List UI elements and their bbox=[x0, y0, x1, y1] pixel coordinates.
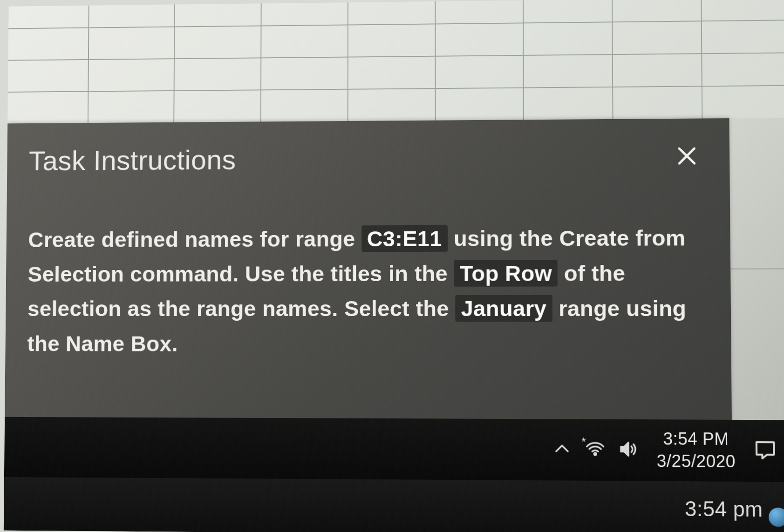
volume-button[interactable] bbox=[619, 440, 639, 460]
grid-cell[interactable] bbox=[702, 0, 784, 21]
spreadsheet-grid[interactable] bbox=[4, 0, 784, 124]
grid-cell[interactable] bbox=[4, 28, 89, 61]
instruction-segment: Create defined names for range bbox=[28, 226, 361, 252]
asterisk-badge-icon: * bbox=[581, 435, 586, 448]
panel-title: Task Instructions bbox=[29, 141, 711, 177]
grid-cell[interactable] bbox=[702, 53, 784, 87]
taskbar-date: 3/25/2020 bbox=[657, 450, 736, 473]
grid-cell[interactable] bbox=[261, 90, 348, 123]
show-hidden-icons-button[interactable] bbox=[552, 440, 572, 460]
grid-cell[interactable] bbox=[524, 55, 613, 88]
grid-cell[interactable] bbox=[4, 0, 90, 29]
speaker-icon bbox=[619, 439, 639, 461]
spreadsheet-background bbox=[7, 0, 784, 134]
grid-cell[interactable] bbox=[4, 60, 89, 93]
grid-cell[interactable] bbox=[613, 21, 702, 55]
grid-cell[interactable] bbox=[261, 25, 348, 58]
grid-cell[interactable] bbox=[436, 23, 524, 56]
grid-cell[interactable] bbox=[348, 89, 436, 122]
grid-cell[interactable] bbox=[436, 88, 525, 121]
grid-cell[interactable] bbox=[436, 56, 524, 89]
windows-taskbar[interactable]: * 3:54 PM 3/25/2020 bbox=[4, 417, 784, 482]
highlight-range: C3:E11 bbox=[361, 225, 448, 252]
svg-marker-3 bbox=[621, 443, 628, 456]
grid-cell[interactable] bbox=[261, 0, 348, 27]
action-center-button[interactable] bbox=[754, 439, 777, 462]
notification-icon bbox=[754, 438, 777, 463]
grid-cell[interactable] bbox=[524, 0, 613, 23]
grid-cell[interactable] bbox=[89, 27, 175, 60]
wifi-icon bbox=[586, 439, 606, 461]
grid-cell[interactable] bbox=[613, 87, 702, 120]
svg-point-2 bbox=[594, 453, 597, 455]
grid-cell[interactable] bbox=[702, 20, 784, 54]
grid-cell[interactable] bbox=[613, 54, 702, 88]
grid-cell[interactable] bbox=[348, 0, 436, 25]
taskbar-time: 3:54 PM bbox=[663, 428, 729, 451]
orb-icon[interactable] bbox=[769, 507, 784, 526]
wifi-button[interactable]: * bbox=[586, 440, 606, 460]
grid-cell[interactable] bbox=[175, 27, 261, 60]
grid-cell[interactable] bbox=[261, 58, 348, 91]
grid-cell[interactable] bbox=[702, 86, 784, 120]
highlight-january: January bbox=[455, 295, 552, 322]
grid-cell[interactable] bbox=[524, 22, 613, 56]
close-button[interactable] bbox=[673, 143, 702, 171]
grid-cell[interactable] bbox=[89, 91, 175, 124]
task-instructions-panel: Task Instructions Create defined names f… bbox=[5, 118, 732, 420]
grid-cell[interactable] bbox=[89, 59, 175, 92]
grid-cell[interactable] bbox=[613, 0, 702, 22]
grid-cell[interactable] bbox=[89, 0, 176, 28]
grid-cell[interactable] bbox=[524, 88, 613, 121]
spreadsheet-right-edge bbox=[729, 118, 784, 420]
grid-cell[interactable] bbox=[175, 90, 261, 123]
highlight-toprow: Top Row bbox=[454, 260, 558, 287]
taskbar-clock[interactable]: 3:54 PM 3/25/2020 bbox=[652, 428, 740, 473]
close-icon bbox=[675, 145, 698, 169]
secondary-bottom-bar: 3:54 pm bbox=[4, 477, 784, 532]
secondary-time: 3:54 pm bbox=[685, 497, 763, 521]
instructions-text: Create defined names for range C3:E11 us… bbox=[27, 220, 711, 362]
grid-cell[interactable] bbox=[436, 0, 524, 24]
grid-cell[interactable] bbox=[348, 24, 436, 57]
grid-cell[interactable] bbox=[175, 58, 261, 91]
grid-cell[interactable] bbox=[348, 57, 436, 90]
chevron-up-icon bbox=[552, 439, 572, 461]
grid-cell[interactable] bbox=[175, 0, 262, 27]
grid-cell[interactable] bbox=[4, 92, 89, 124]
